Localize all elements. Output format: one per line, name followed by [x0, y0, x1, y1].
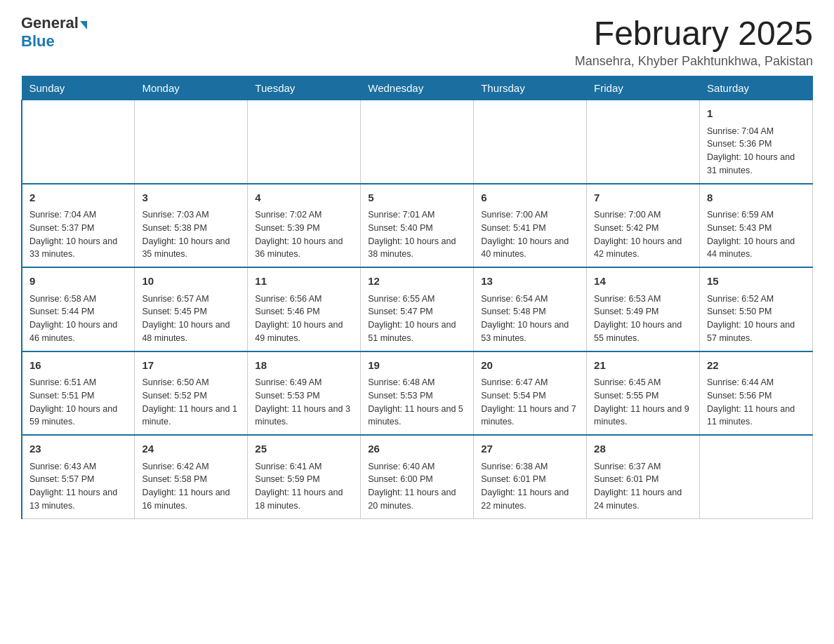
day-info: Sunrise: 6:41 AMSunset: 5:59 PMDaylight:… [255, 460, 353, 513]
day-number: 23 [29, 441, 127, 457]
day-number: 19 [368, 358, 466, 374]
calendar-week-row: 23Sunrise: 6:43 AMSunset: 5:57 PMDayligh… [22, 435, 813, 518]
day-info: Sunrise: 6:56 AMSunset: 5:46 PMDaylight:… [255, 293, 353, 345]
day-info: Sunrise: 6:48 AMSunset: 5:53 PMDaylight:… [368, 376, 466, 429]
calendar-cell: 10Sunrise: 6:57 AMSunset: 5:45 PMDayligh… [135, 267, 248, 351]
day-info: Sunrise: 6:55 AMSunset: 5:47 PMDaylight:… [368, 293, 466, 345]
calendar-cell [474, 100, 587, 184]
calendar-cell: 11Sunrise: 6:56 AMSunset: 5:46 PMDayligh… [248, 267, 361, 351]
day-info: Sunrise: 7:00 AMSunset: 5:41 PMDaylight:… [481, 208, 579, 261]
day-number: 28 [594, 441, 692, 457]
day-info: Sunrise: 6:58 AMSunset: 5:44 PMDaylight:… [29, 293, 127, 345]
day-number: 11 [255, 274, 353, 290]
day-info: Sunrise: 6:42 AMSunset: 5:58 PMDaylight:… [142, 460, 240, 513]
calendar-cell [700, 435, 813, 518]
calendar-week-row: 2Sunrise: 7:04 AMSunset: 5:37 PMDaylight… [22, 184, 813, 268]
day-info: Sunrise: 6:49 AMSunset: 5:53 PMDaylight:… [255, 376, 353, 429]
calendar-table: SundayMondayTuesdayWednesdayThursdayFrid… [21, 76, 813, 519]
calendar-cell: 23Sunrise: 6:43 AMSunset: 5:57 PMDayligh… [22, 435, 135, 518]
day-info: Sunrise: 7:04 AMSunset: 5:36 PMDaylight:… [707, 125, 805, 177]
day-number: 7 [594, 190, 692, 206]
day-number: 12 [368, 274, 466, 290]
calendar-cell: 4Sunrise: 7:02 AMSunset: 5:39 PMDaylight… [248, 184, 361, 268]
calendar-header-thursday: Thursday [474, 76, 587, 100]
calendar-header-row: SundayMondayTuesdayWednesdayThursdayFrid… [22, 76, 813, 100]
calendar-cell: 26Sunrise: 6:40 AMSunset: 6:00 PMDayligh… [361, 435, 474, 518]
day-info: Sunrise: 7:01 AMSunset: 5:40 PMDaylight:… [368, 208, 466, 261]
calendar-cell: 9Sunrise: 6:58 AMSunset: 5:44 PMDaylight… [22, 267, 135, 351]
calendar-cell: 15Sunrise: 6:52 AMSunset: 5:50 PMDayligh… [700, 267, 813, 351]
calendar-cell: 25Sunrise: 6:41 AMSunset: 5:59 PMDayligh… [248, 435, 361, 518]
day-info: Sunrise: 6:47 AMSunset: 5:54 PMDaylight:… [481, 376, 579, 429]
calendar-header-sunday: Sunday [22, 76, 135, 100]
day-number: 15 [707, 274, 805, 290]
page-header: General Blue February 2025 Mansehra, Khy… [21, 14, 813, 69]
month-title: February 2025 [575, 14, 813, 53]
logo-blue-text: Blue [21, 32, 55, 50]
day-number: 25 [255, 441, 353, 457]
day-number: 22 [707, 358, 805, 374]
day-info: Sunrise: 7:00 AMSunset: 5:42 PMDaylight:… [594, 208, 692, 261]
day-number: 9 [29, 274, 127, 290]
day-info: Sunrise: 7:03 AMSunset: 5:38 PMDaylight:… [142, 208, 240, 261]
calendar-header-monday: Monday [135, 76, 248, 100]
logo-triangle-icon [80, 21, 87, 29]
day-info: Sunrise: 6:44 AMSunset: 5:56 PMDaylight:… [707, 376, 805, 429]
day-info: Sunrise: 7:02 AMSunset: 5:39 PMDaylight:… [255, 208, 353, 261]
day-info: Sunrise: 6:43 AMSunset: 5:57 PMDaylight:… [29, 460, 127, 513]
calendar-cell: 17Sunrise: 6:50 AMSunset: 5:52 PMDayligh… [135, 351, 248, 436]
day-info: Sunrise: 6:40 AMSunset: 6:00 PMDaylight:… [368, 460, 466, 513]
calendar-cell: 7Sunrise: 7:00 AMSunset: 5:42 PMDaylight… [587, 184, 700, 268]
day-info: Sunrise: 6:51 AMSunset: 5:51 PMDaylight:… [29, 376, 127, 429]
calendar-cell: 3Sunrise: 7:03 AMSunset: 5:38 PMDaylight… [135, 184, 248, 268]
calendar-cell: 22Sunrise: 6:44 AMSunset: 5:56 PMDayligh… [700, 351, 813, 436]
calendar-header-friday: Friday [587, 76, 700, 100]
logo-general-text: General [21, 14, 79, 32]
calendar-cell [587, 100, 700, 184]
day-number: 24 [142, 441, 240, 457]
day-info: Sunrise: 6:52 AMSunset: 5:50 PMDaylight:… [707, 293, 805, 345]
day-number: 1 [707, 106, 805, 122]
calendar-cell: 12Sunrise: 6:55 AMSunset: 5:47 PMDayligh… [361, 267, 474, 351]
logo: General Blue [21, 14, 87, 51]
calendar-cell: 13Sunrise: 6:54 AMSunset: 5:48 PMDayligh… [474, 267, 587, 351]
location-text: Mansehra, Khyber Pakhtunkhwa, Pakistan [575, 54, 813, 69]
day-number: 2 [29, 190, 127, 206]
day-info: Sunrise: 6:37 AMSunset: 6:01 PMDaylight:… [594, 460, 692, 513]
calendar-cell: 28Sunrise: 6:37 AMSunset: 6:01 PMDayligh… [587, 435, 700, 518]
day-number: 10 [142, 274, 240, 290]
day-info: Sunrise: 6:50 AMSunset: 5:52 PMDaylight:… [142, 376, 240, 429]
calendar-week-row: 16Sunrise: 6:51 AMSunset: 5:51 PMDayligh… [22, 351, 813, 436]
day-number: 21 [594, 358, 692, 374]
day-number: 14 [594, 274, 692, 290]
day-info: Sunrise: 7:04 AMSunset: 5:37 PMDaylight:… [29, 208, 127, 261]
title-section: February 2025 Mansehra, Khyber Pakhtunkh… [575, 14, 813, 69]
calendar-week-row: 1Sunrise: 7:04 AMSunset: 5:36 PMDaylight… [22, 100, 813, 184]
logo-line2: Blue [21, 32, 55, 51]
logo-line1: General [21, 14, 87, 32]
calendar-cell [135, 100, 248, 184]
day-number: 16 [29, 358, 127, 374]
day-info: Sunrise: 6:45 AMSunset: 5:55 PMDaylight:… [594, 376, 692, 429]
day-number: 4 [255, 190, 353, 206]
day-info: Sunrise: 6:54 AMSunset: 5:48 PMDaylight:… [481, 293, 579, 345]
calendar-cell: 20Sunrise: 6:47 AMSunset: 5:54 PMDayligh… [474, 351, 587, 436]
day-number: 18 [255, 358, 353, 374]
calendar-cell: 6Sunrise: 7:00 AMSunset: 5:41 PMDaylight… [474, 184, 587, 268]
calendar-cell: 1Sunrise: 7:04 AMSunset: 5:36 PMDaylight… [700, 100, 813, 184]
day-info: Sunrise: 6:59 AMSunset: 5:43 PMDaylight:… [707, 208, 805, 261]
day-number: 26 [368, 441, 466, 457]
day-number: 8 [707, 190, 805, 206]
calendar-cell: 24Sunrise: 6:42 AMSunset: 5:58 PMDayligh… [135, 435, 248, 518]
day-info: Sunrise: 6:38 AMSunset: 6:01 PMDaylight:… [481, 460, 579, 513]
calendar-cell: 16Sunrise: 6:51 AMSunset: 5:51 PMDayligh… [22, 351, 135, 436]
calendar-cell [22, 100, 135, 184]
day-number: 3 [142, 190, 240, 206]
calendar-cell: 5Sunrise: 7:01 AMSunset: 5:40 PMDaylight… [361, 184, 474, 268]
day-number: 5 [368, 190, 466, 206]
calendar-cell [248, 100, 361, 184]
calendar-cell: 2Sunrise: 7:04 AMSunset: 5:37 PMDaylight… [22, 184, 135, 268]
calendar-cell: 14Sunrise: 6:53 AMSunset: 5:49 PMDayligh… [587, 267, 700, 351]
calendar-header-wednesday: Wednesday [361, 76, 474, 100]
calendar-cell [361, 100, 474, 184]
